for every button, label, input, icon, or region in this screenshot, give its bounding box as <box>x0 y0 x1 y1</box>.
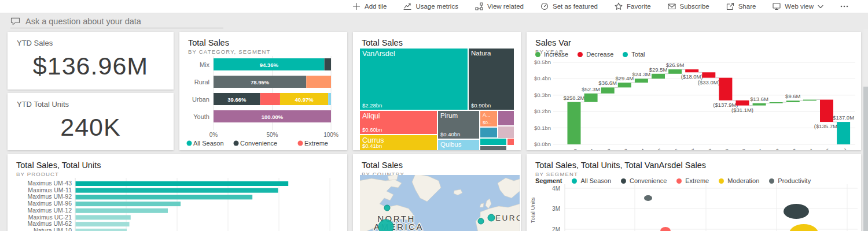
related-icon <box>475 2 483 10</box>
map-bubble[interactable] <box>478 218 484 224</box>
product-bar-maximus-um-43[interactable] <box>76 181 289 186</box>
y-axis-tick: 3M <box>552 206 560 212</box>
treemap-block-aliqui[interactable]: Aliqui$0.60bn <box>360 111 437 134</box>
toolbar-item-subscribe[interactable]: Subscribe <box>668 2 709 10</box>
treemap-block[interactable] <box>498 126 514 138</box>
bar-value-label: $258.2M <box>564 95 585 101</box>
treemap-block[interactable] <box>507 139 514 145</box>
treemap-block-vanarsdel[interactable]: VanArsdel$2.28bn <box>360 49 468 110</box>
toolbar-item-usage-metrics[interactable]: Usage metrics <box>403 2 458 10</box>
waterfall-bar-2015[interactable] <box>820 100 833 122</box>
vertical-scrollbar[interactable] <box>863 29 868 231</box>
treemap-block[interactable] <box>480 139 506 145</box>
legend-item-productivity[interactable]: Productivity <box>769 177 811 184</box>
tile-total-sales-by-manufacturer[interactable]: Total Sales BY MANUFACTURER VanArsdel$2.… <box>353 32 521 150</box>
tile-ytd-sales[interactable]: YTD Sales $136.96M <box>8 32 174 90</box>
y-axis-tick: 4M <box>552 185 560 192</box>
treemap-block-natura[interactable]: Natura$0.90bn <box>469 49 514 110</box>
toolbar-item-view-related[interactable]: View related <box>475 2 524 10</box>
x-axis-tick: 2005 <box>649 147 663 150</box>
product-bar-maximus-um-92[interactable] <box>76 195 253 199</box>
tile-total-sales-by-country[interactable]: Total Sales BY COUNTRY NORTHAMERICAEUROP… <box>353 154 521 231</box>
treemap-block-currus[interactable]: Currus$0.41bn <box>360 135 437 150</box>
waterfall-bar-2010[interactable] <box>736 100 749 106</box>
toolbar-item-favorite[interactable]: Favorite <box>615 2 651 10</box>
scrollbar-thumb[interactable] <box>863 87 868 231</box>
waterfall-bar-2006[interactable] <box>668 69 682 74</box>
bar-value-label: ($135.7M) <box>814 123 839 129</box>
waterfall-bar-2014[interactable] <box>803 100 816 101</box>
waterfall-bar-2002[interactable] <box>601 87 615 93</box>
legend-dot <box>621 178 626 184</box>
treemap-block[interactable] <box>480 128 497 137</box>
map-bubble[interactable] <box>384 205 390 211</box>
legend-item-total[interactable]: Total <box>623 51 645 58</box>
legend-item-increase[interactable]: Increase <box>535 51 568 58</box>
bar-segment-urban[interactable] <box>260 93 280 105</box>
treemap-block-a[interactable]: A...$0... <box>480 111 497 126</box>
bar-segment-urban[interactable] <box>214 93 260 105</box>
waterfall-bar-2004[interactable] <box>635 79 648 83</box>
tile-total-sales-by-category-segment[interactable]: Total Sales BY CATEGORY, SEGMENT Mix94.3… <box>179 32 347 150</box>
treemap-block[interactable] <box>480 146 506 150</box>
legend-item-moderation[interactable]: Moderation <box>719 177 759 184</box>
tile-sales-var-by-year[interactable]: Sales Var BY YEAR IncreaseDecreaseTotal … <box>527 32 861 150</box>
country-bubble-map: NORTHAMERICAEUROPE <box>360 175 520 231</box>
scatter-bubble-productivity[interactable] <box>644 195 652 201</box>
bar-segment-rural[interactable] <box>214 76 306 88</box>
tile-total-sales-total-units-by-product[interactable]: Total Sales, Total Units BY PRODUCT Maxi… <box>8 154 347 231</box>
treemap-block-value: $0.60bn <box>362 126 382 133</box>
toolbar-item-add-tile[interactable]: Add tile <box>352 2 387 10</box>
waterfall-bar-2008[interactable] <box>702 72 715 77</box>
toolbar-item-share[interactable]: Share <box>726 2 756 10</box>
treemap-block-quibus[interactable]: Quibus <box>438 140 479 150</box>
waterfall-bar-2003[interactable] <box>618 83 631 87</box>
toolbar-item-web-view[interactable]: Web view <box>773 2 823 10</box>
product-bar-maximus-um-12[interactable] <box>76 208 168 213</box>
bar-segment-mix[interactable] <box>325 58 331 70</box>
toolbar-item-label: Subscribe <box>680 3 709 10</box>
treemap-block[interactable] <box>498 111 514 125</box>
waterfall-bar-2001[interactable] <box>584 94 598 102</box>
tile-total-sales-units-vanarsdel-by-segment[interactable]: Total Sales, Total Units, Total VanArsde… <box>527 154 861 231</box>
product-bar-maximus-um-11[interactable] <box>76 188 278 193</box>
legend-item-all-season[interactable]: All Season <box>572 177 611 184</box>
waterfall-bar-2005[interactable] <box>652 74 665 79</box>
scatter-bubble-extreme[interactable] <box>660 227 671 231</box>
product-bar-maximus-um-62[interactable] <box>76 222 130 226</box>
bar-segment-urban[interactable] <box>280 93 328 105</box>
waterfall-bar-2000[interactable] <box>568 102 581 144</box>
bar-segment-mix[interactable] <box>214 58 325 70</box>
legend-item-decrease[interactable]: Decrease <box>578 51 613 58</box>
legend-item-extreme[interactable]: Extreme <box>676 177 709 184</box>
bar-value-label: $52.3M <box>582 86 600 92</box>
product-bar-natura-um-10[interactable] <box>76 229 127 231</box>
waterfall-bar-2007[interactable] <box>685 69 698 72</box>
toolbar-item-set-as-featured[interactable]: Set as featured <box>540 2 598 10</box>
map-bubble[interactable] <box>488 214 495 221</box>
tile-ytd-total-units[interactable]: YTD Total Units 240K <box>8 93 174 150</box>
waterfall-legend: IncreaseDecreaseTotal <box>535 51 645 58</box>
treemap-block-name: VanArsdel <box>362 50 395 58</box>
waterfall-bar-2012[interactable] <box>770 102 783 103</box>
waterfall-bar-2009[interactable] <box>719 78 732 100</box>
bar-segment-urban[interactable] <box>328 93 331 105</box>
scatter-bubble-moderation[interactable] <box>789 224 818 231</box>
x-axis-tick: 2010 <box>734 147 747 150</box>
bar-segment-youth[interactable] <box>214 110 331 122</box>
product-bar-maximus-um-96[interactable] <box>76 202 181 206</box>
waterfall-bar-2013[interactable] <box>786 100 800 102</box>
x-axis-tick: 2003 <box>616 147 629 150</box>
scatter-bubble-convenience[interactable] <box>784 204 809 219</box>
toolbar-item-more-options[interactable] <box>840 2 848 10</box>
y-axis-tick: $0.3bn <box>534 92 551 98</box>
chart-title: Sales Var <box>527 32 861 47</box>
qa-input[interactable] <box>25 17 223 26</box>
product-bar-maximus-uc-21[interactable] <box>76 215 131 220</box>
legend-item-convenience[interactable]: Convenience <box>621 177 667 184</box>
waterfall-bar-2011[interactable] <box>753 103 766 106</box>
bar-segment-rural[interactable] <box>306 76 331 88</box>
waterfall-bar-total[interactable] <box>837 122 850 144</box>
treemap-block-pirum[interactable]: Pirum$0.40bn <box>438 111 479 139</box>
legend-label: Convenience <box>240 140 277 147</box>
